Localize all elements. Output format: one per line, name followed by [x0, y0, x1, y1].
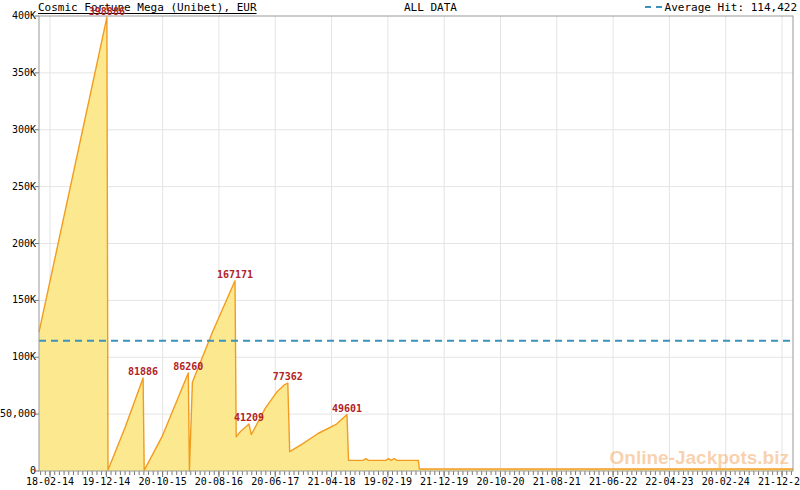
jackpot-area-plot	[0, 0, 800, 490]
watermark: Online-Jackpots.biz	[610, 447, 789, 469]
jackpot-history-chart: Cosmic Fortune Mega (Unibet), EUR ALL DA…	[0, 0, 800, 490]
